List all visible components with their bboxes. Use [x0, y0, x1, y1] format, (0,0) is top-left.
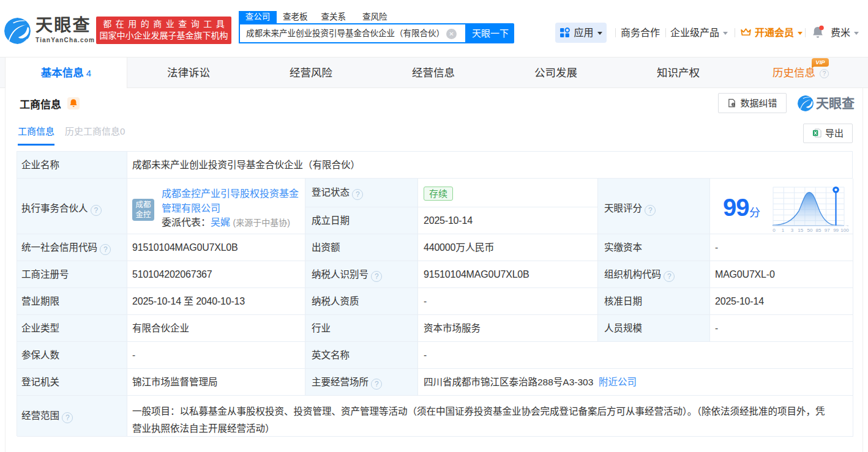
svg-text:0: 0: [773, 228, 776, 233]
svg-text:100: 100: [840, 228, 849, 233]
svg-text:99: 99: [833, 228, 839, 233]
svg-text:3: 3: [791, 228, 794, 233]
svg-text:1: 1: [782, 228, 785, 233]
svg-text:85: 85: [816, 228, 821, 233]
svg-text:15: 15: [798, 228, 803, 233]
svg-text:97: 97: [825, 228, 830, 233]
svg-text:50: 50: [807, 228, 813, 233]
